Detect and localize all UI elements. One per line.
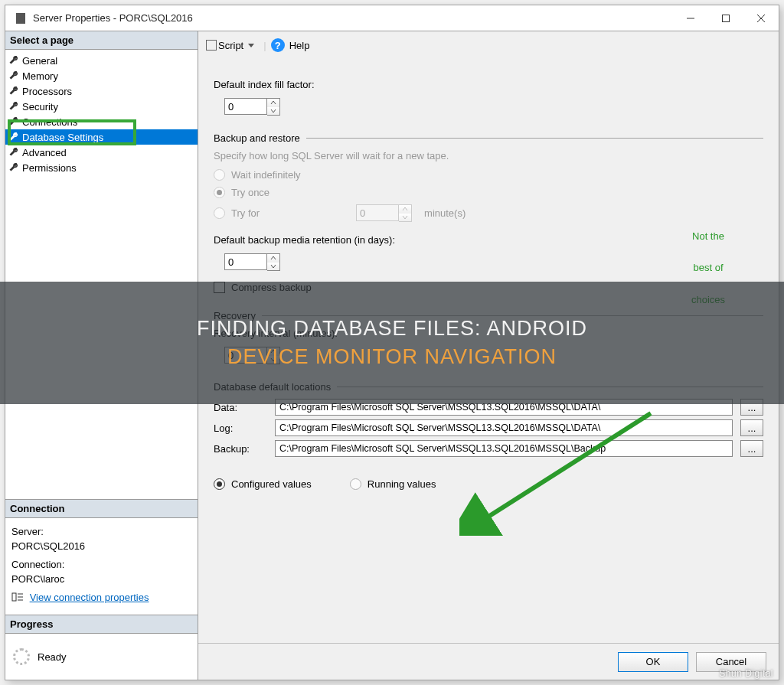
minimize-button[interactable] xyxy=(673,5,708,31)
window-title: Server Properties - PORC\SQL2016 xyxy=(33,12,193,24)
backup-path-label: Backup: xyxy=(214,443,267,455)
page-security[interactable]: Security xyxy=(5,99,198,114)
toolbar: Script | ? Help xyxy=(198,31,779,59)
wrench-icon xyxy=(8,147,19,158)
app-icon xyxy=(16,13,25,24)
browse-log-button[interactable]: ... xyxy=(740,419,763,436)
script-button[interactable]: Script xyxy=(206,40,259,51)
chevron-down-icon xyxy=(248,44,254,47)
spinner-icon xyxy=(13,648,30,665)
wrench-icon xyxy=(8,116,19,127)
spin-down[interactable] xyxy=(267,107,279,116)
fill-factor-label: Default index fill factor: xyxy=(214,79,763,90)
backup-help-text: Specify how long SQL Server will wait fo… xyxy=(214,150,763,161)
sidebar-header: Select a page xyxy=(5,31,198,50)
svg-rect-1 xyxy=(723,15,730,21)
titlebar[interactable]: Server Properties - PORC\SQL2016 xyxy=(5,5,779,31)
page-connections[interactable]: Connections xyxy=(5,114,198,129)
svg-line-8 xyxy=(482,413,651,520)
script-icon xyxy=(206,40,217,51)
connection-value: PORC\laroc xyxy=(11,572,191,587)
page-advanced[interactable]: Advanced xyxy=(5,145,198,160)
connection-label: Connection: xyxy=(11,557,191,572)
overlay-line1: FINDING DATABASE FILES: ANDROID xyxy=(197,317,587,341)
wrench-icon xyxy=(8,132,19,142)
progress-header: Progress xyxy=(5,615,198,634)
log-path-label: Log: xyxy=(214,422,267,434)
help-button[interactable]: Help xyxy=(289,40,310,51)
overlay-line2: DEVICE MONITOR NAVIGATION xyxy=(227,345,557,369)
wrench-icon xyxy=(8,55,19,66)
progress-panel: Progress Ready xyxy=(5,615,198,680)
page-general[interactable]: General xyxy=(5,53,198,68)
close-button[interactable] xyxy=(743,5,779,31)
running-values-option[interactable]: Running values xyxy=(350,478,436,490)
configured-values-option[interactable]: Configured values xyxy=(214,478,312,490)
maximize-button[interactable] xyxy=(708,5,743,31)
arrow-annotation xyxy=(459,406,658,536)
spin-up[interactable] xyxy=(267,99,279,107)
page-permissions[interactable]: Permissions xyxy=(5,160,198,175)
button-bar: OK Cancel xyxy=(198,643,779,680)
wrench-icon xyxy=(8,86,19,96)
help-icon: ? xyxy=(271,38,285,52)
media-retention-input[interactable] xyxy=(224,253,280,271)
browse-backup-button[interactable]: ... xyxy=(740,440,763,457)
server-label: Server: xyxy=(11,524,191,540)
server-value: PORC\SQL2016 xyxy=(11,539,191,554)
connection-panel: Connection Server: PORC\SQL2016 Connecti… xyxy=(5,499,198,615)
wrench-icon xyxy=(8,101,19,112)
page-list: General Memory Processors Security Conne… xyxy=(5,50,198,178)
connection-header: Connection xyxy=(5,500,198,518)
page-database-settings[interactable]: Database Settings xyxy=(5,129,198,145)
progress-status: Ready xyxy=(38,651,67,663)
page-memory[interactable]: Memory xyxy=(5,68,198,83)
fill-factor-input[interactable] xyxy=(224,98,280,116)
page-processors[interactable]: Processors xyxy=(5,83,198,99)
backup-restore-header: Backup and restore xyxy=(214,132,300,144)
wait-indefinitely-option: Wait indefinitely xyxy=(214,169,763,181)
svg-rect-4 xyxy=(12,593,16,601)
watermark: Shun Digital xyxy=(719,668,773,679)
wrench-icon xyxy=(8,70,19,81)
try-once-option: Try once xyxy=(214,187,763,198)
ok-button[interactable]: OK xyxy=(618,652,688,672)
wrench-icon xyxy=(8,162,19,173)
properties-icon xyxy=(11,591,24,606)
overlay-banner: FINDING DATABASE FILES: ANDROID DEVICE M… xyxy=(0,282,784,404)
view-connection-properties-link[interactable]: View connection properties xyxy=(30,592,149,603)
